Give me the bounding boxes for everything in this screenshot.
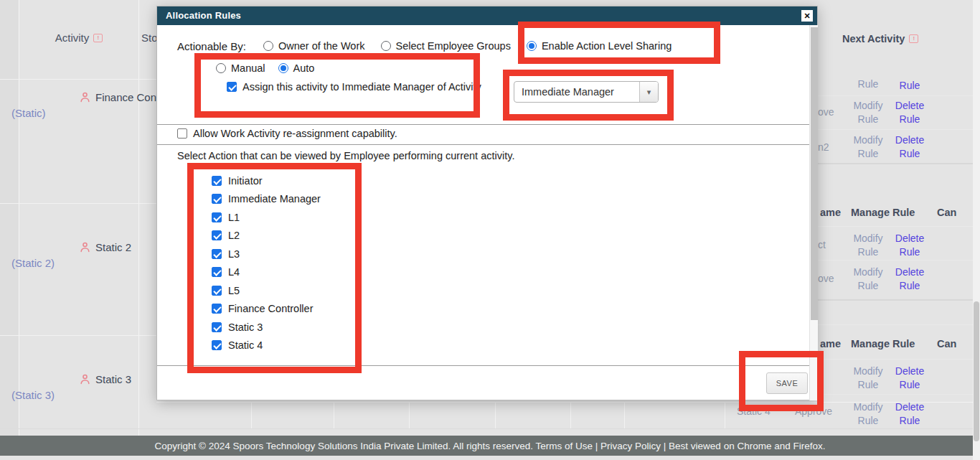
dialog-scrollbar-thumb[interactable]	[811, 27, 818, 320]
annotation-box-dropdown	[503, 70, 674, 121]
modify-rule-link[interactable]: Rule	[846, 78, 890, 91]
row-divider	[0, 79, 156, 80]
divider	[818, 129, 973, 130]
radio-icon[interactable]	[381, 41, 391, 51]
divider	[157, 144, 809, 145]
delete-rule-link[interactable]: Delete Rule	[887, 232, 932, 259]
cell-divider	[570, 402, 571, 428]
manage-rule-header-label: Manage Rule	[851, 207, 915, 218]
row-fragment: ove	[818, 106, 834, 118]
cell-divider	[251, 402, 252, 428]
activity-header-label: Activity	[55, 32, 90, 44]
dialog-title: Allocation Rules	[166, 10, 241, 21]
annotation-box-auto-assign	[194, 53, 480, 118]
table-row: Static 3	[79, 373, 131, 385]
manage-rule-column-header: Manage Rule	[851, 207, 915, 218]
manage-rule-column-header: Manage Rule	[851, 338, 915, 349]
cell-divider	[409, 402, 410, 428]
divider	[818, 394, 973, 395]
person-icon	[79, 373, 91, 385]
activity-subtitle: (Static)	[11, 107, 46, 119]
cell-divider	[495, 402, 496, 428]
name-column-header: ame	[820, 207, 841, 218]
group-divider	[818, 299, 973, 301]
modify-rule-link[interactable]: Modify Rule	[846, 400, 890, 428]
modify-rule-link[interactable]: Modify Rule	[846, 365, 890, 392]
divider	[818, 324, 973, 325]
radio-icon[interactable]	[263, 41, 273, 51]
modify-rule-link[interactable]: Modify Rule	[846, 266, 890, 293]
radio-owner-of-work[interactable]: Owner of the Work	[263, 40, 365, 52]
copyright-text: Copyright © 2024 Spoors Technology Solut…	[155, 441, 826, 451]
person-icon	[79, 91, 91, 103]
row-fragment: n2	[818, 141, 829, 153]
delete-rule-link[interactable]: Delete Rule	[887, 133, 932, 161]
annotation-box-enable-sharing	[518, 22, 720, 64]
manage-rule-header-label: Manage Rule	[851, 338, 915, 349]
modify-rule-link[interactable]: Modify Rule	[846, 232, 890, 259]
radio-select-employee-groups[interactable]: Select Employee Groups	[381, 40, 511, 52]
modify-rule-link[interactable]: Modify Rule	[846, 99, 890, 126]
activity-name: Static 3	[95, 373, 131, 385]
window-scrollbar-thumb[interactable]	[974, 301, 979, 441]
activity-name: Static 2	[95, 241, 131, 253]
divider	[818, 95, 973, 96]
allow-checkbox-label: Allow Work Activity re-assignment capabi…	[193, 128, 397, 139]
column-divider	[138, 0, 139, 436]
radio-groups-label: Select Employee Groups	[396, 40, 511, 52]
name-column-header: ame	[820, 338, 841, 349]
activity-column-header: Activity	[19, 32, 138, 44]
actionable-by-label: Actionable By:	[177, 40, 246, 52]
delete-rule-link[interactable]: Delete Rule	[887, 99, 932, 126]
can-column-header: Can	[937, 338, 956, 349]
delete-rule-link[interactable]: Delete Rule	[887, 400, 932, 428]
next-activity-header-label: Next Activity	[842, 33, 905, 44]
close-icon[interactable]: ✕	[801, 10, 813, 22]
table-left-margin	[0, 0, 19, 436]
cell-divider	[334, 402, 334, 428]
person-icon	[79, 241, 91, 253]
activity-subtitle: (Static 2)	[11, 257, 55, 269]
status-column-header: Sto	[141, 32, 156, 44]
page: Activity Sto Finance Controller (Static)…	[0, 0, 980, 460]
select-action-label: Select Action that can be viewed by Empl…	[177, 150, 514, 161]
next-activity-column-header: Next Activity	[842, 33, 918, 44]
table-bottom-border	[0, 428, 973, 429]
row-divider	[0, 335, 156, 336]
divider	[818, 260, 973, 260]
allow-reassignment-row[interactable]: Allow Work Activity re-assignment capabi…	[177, 126, 397, 141]
comment-icon[interactable]	[909, 34, 918, 43]
cell-divider	[725, 402, 725, 428]
comment-icon[interactable]	[93, 34, 103, 42]
can-column-header: Can	[937, 207, 956, 218]
divider	[818, 359, 973, 360]
footer: Copyright © 2024 Spoors Technology Solut…	[0, 436, 980, 456]
annotation-box-action-list	[187, 163, 362, 373]
activity-subtitle: (Static 3)	[11, 389, 55, 401]
delete-rule-link[interactable]: Rule	[887, 79, 932, 93]
row-fragment: ove	[818, 273, 834, 284]
table-row: Static 2	[79, 241, 131, 253]
radio-owner-label: Owner of the Work	[278, 40, 365, 52]
modify-rule-link[interactable]: Modify Rule	[846, 133, 890, 161]
delete-rule-link[interactable]: Delete Rule	[887, 266, 932, 293]
cell-divider	[624, 402, 625, 428]
delete-rule-link[interactable]: Delete Rule	[887, 365, 932, 392]
divider	[818, 226, 973, 227]
group-divider	[818, 163, 973, 164]
divider	[157, 124, 809, 125]
window-scrollbar[interactable]	[973, 0, 980, 460]
row-fragment: ct	[818, 239, 826, 250]
annotation-box-save	[739, 351, 824, 411]
checkbox-unchecked-icon[interactable]	[177, 128, 187, 139]
row-divider	[0, 203, 156, 204]
dialog-scrollbar[interactable]	[809, 25, 818, 400]
